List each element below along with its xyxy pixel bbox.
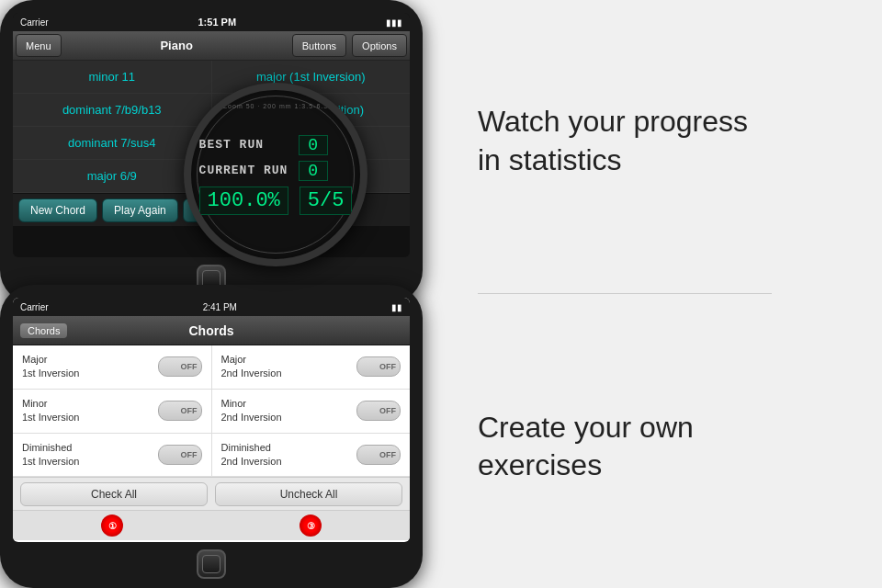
play-again-button[interactable]: Play Again: [102, 198, 178, 222]
chord-cell[interactable]: major 6/9: [13, 160, 212, 192]
toggle-cell-minor1: Minor1st Inversion OFF: [13, 390, 212, 433]
new-chord-button[interactable]: New Chord: [18, 198, 97, 222]
bottom-time: 2:41 PM: [203, 302, 237, 312]
right-text-area: Watch your progressin statistics Create …: [441, 0, 882, 588]
current-run-value: 0: [299, 161, 328, 181]
percentage-value: 100.0%: [199, 187, 288, 215]
bottom-phone-screen: Carrier 2:41 PM ▮▮ Chords Chords Major1s…: [13, 298, 410, 542]
carrier-label: Carrier: [20, 17, 49, 28]
best-run-row: Best Run 0: [199, 135, 328, 155]
chord-name-dim-1st: Diminished1st Inversion: [22, 441, 79, 469]
chord-name-major-1st: Major1st Inversion: [22, 353, 79, 381]
chord-cell[interactable]: dominant 7/sus4: [13, 127, 212, 159]
magnifier-label: Zoom 50 · 200 mm 1:3.5-6.3: [223, 103, 328, 109]
toggle-minor-1st[interactable]: OFF: [158, 401, 202, 421]
toggle-list: Major1st Inversion OFF Major2nd Inversio…: [13, 345, 410, 477]
chord-cell[interactable]: dominant 7/b9/b13: [13, 94, 212, 126]
check-all-button[interactable]: Check All: [20, 482, 208, 506]
toggle-cell-major2: Major2nd Inversion OFF: [212, 345, 411, 389]
bottom-nav: Chords Chords: [13, 316, 410, 345]
toggle-row-1: Major1st Inversion OFF Major2nd Inversio…: [13, 345, 410, 390]
battery-label: ▮▮▮: [386, 17, 402, 28]
toggle-dim-2nd[interactable]: OFF: [356, 445, 401, 465]
toggle-cell-minor2: Minor2nd Inversion OFF: [212, 390, 411, 433]
piano-title: Piano: [64, 31, 289, 60]
footer-icon-2[interactable]: ③: [300, 514, 322, 537]
bottom-nav-title: Chords: [189, 323, 234, 338]
magnifier-content: Best Run 0 Current Run 0 100.0% 5/5: [190, 126, 362, 224]
chord-row-1: minor 11 major (1st Inversion): [13, 61, 410, 94]
time-label: 1:51 PM: [198, 17, 236, 28]
headline-statistics: Watch your progressin statistics: [478, 103, 845, 179]
chord-name-minor-1st: Minor1st Inversion: [22, 397, 79, 425]
footer-icons: ① ③: [13, 510, 410, 540]
magnifier-lens: Zoom 50 · 200 mm 1:3.5-6.3 Best Run 0 Cu…: [184, 83, 368, 266]
toggle-row-3: Diminished1st Inversion OFF Diminished2n…: [13, 434, 410, 478]
toggle-cell-major1: Major1st Inversion OFF: [13, 345, 212, 389]
mag-stats: 100.0% 5/5: [199, 187, 353, 215]
chords-tab[interactable]: Chords: [20, 323, 67, 338]
uncheck-all-button[interactable]: Uncheck All: [215, 482, 402, 506]
toggle-row-2: Minor1st Inversion OFF Minor2nd Inversio…: [13, 390, 410, 434]
current-run-row: Current Run 0: [199, 161, 328, 181]
divider: [478, 293, 772, 294]
fraction-value: 5/5: [300, 187, 353, 215]
toggle-dim-1st[interactable]: OFF: [158, 445, 202, 465]
chord-name-dim-2nd: Diminished2nd Inversion: [221, 441, 282, 469]
best-run-label: Best Run: [199, 138, 264, 152]
bottom-status-bar: Carrier 2:41 PM ▮▮: [13, 298, 410, 316]
bottom-buttons: Check All Uncheck All: [13, 477, 410, 510]
menu-button[interactable]: Menu: [16, 34, 62, 57]
top-status-bar: Carrier 1:51 PM ▮▮▮: [13, 13, 410, 31]
toggle-major-2nd[interactable]: OFF: [356, 356, 401, 377]
toggle-minor-2nd[interactable]: OFF: [356, 401, 401, 421]
chord-cell[interactable]: minor 11: [13, 61, 212, 93]
options-button[interactable]: Options: [352, 34, 407, 57]
buttons-button[interactable]: Buttons: [292, 34, 346, 57]
best-run-value: 0: [299, 135, 328, 155]
top-nav-bar: Menu Piano Buttons Options: [13, 31, 410, 61]
headline-exercises: Create your ownexercises: [478, 409, 845, 485]
toggle-cell-dim2: Diminished2nd Inversion OFF: [212, 434, 411, 477]
chord-name-major-2nd: Major2nd Inversion: [221, 353, 282, 381]
toggle-cell-dim1: Diminished1st Inversion OFF: [13, 434, 212, 477]
bottom-phone: Carrier 2:41 PM ▮▮ Chords Chords Major1s…: [0, 285, 423, 588]
current-run-label: Current Run: [199, 164, 288, 177]
toggle-major-1st[interactable]: OFF: [158, 356, 202, 377]
home-button-bottom-inner: [202, 555, 220, 573]
statistics-text: Watch your progressin statistics: [478, 103, 845, 179]
chord-name-minor-2nd: Minor2nd Inversion: [221, 397, 282, 425]
home-button-bottom[interactable]: [197, 549, 226, 579]
footer-icon-1[interactable]: ①: [101, 514, 123, 537]
bottom-carrier: Carrier: [20, 302, 49, 312]
chord-cell[interactable]: major (1st Inversion): [212, 61, 411, 93]
bottom-battery: ▮▮: [391, 302, 402, 312]
exercises-text: Create your ownexercises: [478, 409, 845, 485]
